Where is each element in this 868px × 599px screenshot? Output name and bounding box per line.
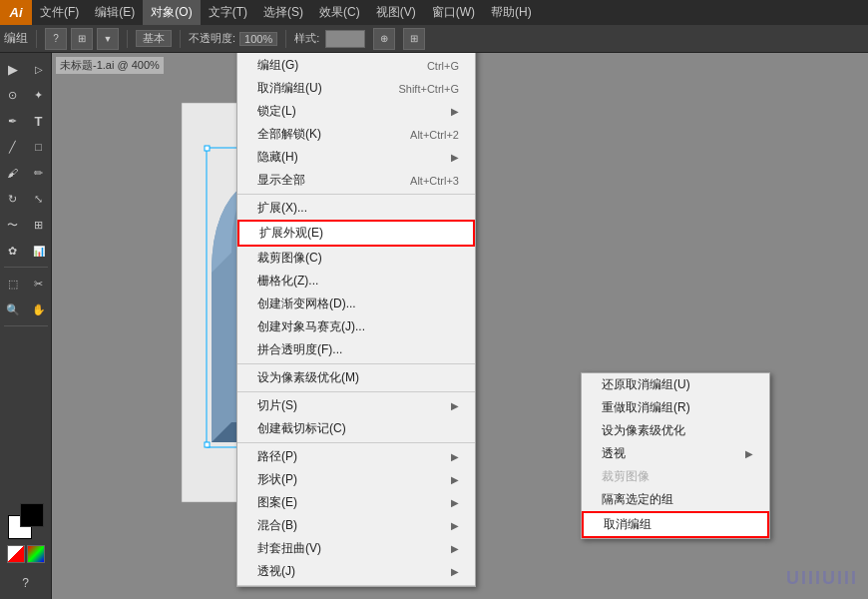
context-section-3: 透视 ▶	[582, 442, 769, 465]
svg-rect-4	[205, 442, 210, 447]
context-menu: 还原取消编组(U) 重做取消编组(R) 设为像素级优化 透视 ▶ 裁剪图	[581, 372, 770, 539]
tool-sep	[4, 267, 48, 268]
menu-item-crop-image[interactable]: 裁剪图像(C)	[237, 247, 475, 270]
menu-item-blend[interactable]: 混合(B) ▶	[237, 514, 475, 537]
style-swatch[interactable]	[325, 30, 365, 48]
transform-icon[interactable]: ?	[45, 28, 67, 50]
line-tool[interactable]: ╱	[1, 135, 25, 159]
zoom-tool[interactable]: 🔍	[1, 298, 25, 321]
menu-effect[interactable]: 效果(C)	[311, 0, 368, 25]
menu-item-perspective[interactable]: 透视(J) ▶	[237, 560, 475, 583]
gradient-swatch[interactable]	[27, 545, 45, 563]
menu-section-6: 路径(P) ▶ 形状(P) ▶ 图案(E) ▶ 混合(B) ▶	[237, 443, 475, 586]
watermark: UIIIUIII	[786, 568, 858, 589]
none-swatch[interactable]	[7, 545, 25, 563]
menu-text[interactable]: 文字(T)	[201, 0, 255, 25]
svg-rect-2	[205, 146, 210, 151]
canvas-area: ▶ ▷ ⊙ ✦ ✒ T ╱ □ 🖌 ✏ ↻ ⤡ 〜 ⊞ ✿ 📊	[0, 53, 868, 599]
magic-wand-tool[interactable]: ✦	[27, 83, 51, 107]
context-perspective[interactable]: 透视 ▶	[582, 442, 769, 465]
opacity-value[interactable]: 100%	[239, 32, 277, 46]
rect-tool[interactable]: □	[27, 135, 51, 159]
menu-item-envelope-distort[interactable]: 封套扭曲(V) ▶	[237, 537, 475, 560]
menu-edit[interactable]: 编辑(E)	[87, 0, 143, 25]
menu-item-unlock-all[interactable]: 全部解锁(K) Alt+Ctrl+2	[237, 123, 475, 146]
menu-item-create-trim-marks[interactable]: 创建截切标记(C)	[237, 417, 475, 440]
context-crop-image: 裁剪图像	[582, 465, 769, 488]
menu-bar: Ai 文件(F) 编辑(E) 对象(O) 文字(T) 选择(S) 效果(C) 视…	[0, 0, 868, 25]
group-label: 编组	[4, 30, 28, 47]
menu-item-show-all[interactable]: 显示全部 Alt+Ctrl+3	[237, 169, 475, 192]
main-canvas: 未标题-1.ai @ 400% UIIIUIII	[52, 53, 868, 599]
artboard-tool[interactable]: ⬚	[1, 272, 25, 296]
toolbar-separator-4	[285, 30, 286, 48]
toolbar-separator-3	[180, 30, 181, 48]
free-transform-tool[interactable]: ⊞	[27, 213, 51, 237]
pencil-tool[interactable]: ✏	[27, 161, 51, 185]
menu-item-expand[interactable]: 扩展(X)...	[237, 197, 475, 220]
tool-sep-2	[4, 325, 48, 326]
context-undo-ungroup[interactable]: 还原取消编组(U)	[582, 373, 769, 396]
menu-item-object-mosaic[interactable]: 创建对象马赛克(J)...	[237, 315, 475, 338]
app-logo: Ai	[0, 0, 32, 25]
menu-view[interactable]: 视图(V)	[368, 0, 424, 25]
paint-brush-tool[interactable]: 🖌	[1, 161, 25, 185]
slice-tool[interactable]: ✂	[27, 272, 51, 296]
style-options[interactable]: ⊕	[373, 28, 395, 50]
symbol-sprayer[interactable]: ✿	[1, 239, 25, 263]
column-graph[interactable]: 📊	[27, 239, 51, 263]
object-dropdown-menu: 变换(T) ▶ 排列(A) ▶ 编组(G) Ctrl+G 取消编组(U	[236, 53, 476, 587]
context-section-2: 设为像素级优化	[582, 419, 769, 442]
dropdown-container: 变换(T) ▶ 排列(A) ▶ 编组(G) Ctrl+G 取消编组(U	[236, 53, 476, 587]
menu-object[interactable]: 对象(O)	[143, 0, 200, 25]
menu-section-2: 编组(G) Ctrl+G 取消编组(U) Shift+Ctrl+G 锁定(L) …	[237, 53, 475, 195]
select-tool[interactable]: ▶	[1, 57, 25, 81]
menu-item-pattern[interactable]: 图案(E) ▶	[237, 491, 475, 514]
warp-tool[interactable]: 〜	[1, 213, 25, 237]
context-section-1: 还原取消编组(U) 重做取消编组(R)	[582, 373, 769, 419]
tools-panel: ▶ ▷ ⊙ ✦ ✒ T ╱ □ 🖌 ✏ ↻ ⤡ 〜 ⊞ ✿ 📊	[0, 53, 52, 599]
pen-tool[interactable]: ✒	[1, 109, 25, 133]
lasso-tool[interactable]: ⊙	[1, 83, 25, 107]
type-tool[interactable]: T	[27, 109, 51, 133]
menu-items: 文件(F) 编辑(E) 对象(O) 文字(T) 选择(S) 效果(C) 视图(V…	[32, 0, 540, 25]
menu-item-ungroup[interactable]: 取消编组(U) Shift+Ctrl+G	[237, 77, 475, 100]
mode-label: 基本	[136, 30, 172, 47]
menu-window[interactable]: 窗口(W)	[424, 0, 483, 25]
menu-item-lock[interactable]: 锁定(L) ▶	[237, 100, 475, 123]
context-redo-ungroup[interactable]: 重做取消编组(R)	[582, 396, 769, 419]
menu-item-pixel-perfect[interactable]: 设为像素级优化(M)	[237, 366, 475, 389]
menu-item-slice[interactable]: 切片(S) ▶	[237, 394, 475, 417]
grid-icon[interactable]: ⊞	[403, 28, 425, 50]
context-isolate-group[interactable]: 隔离选定的组	[582, 488, 769, 511]
color-swatch-area[interactable]	[8, 503, 44, 539]
align-icon[interactable]: ⊞	[71, 28, 93, 50]
menu-section-5: 切片(S) ▶ 创建截切标记(C)	[237, 392, 475, 443]
direct-select-tool[interactable]: ▷	[27, 57, 51, 81]
color-swatches	[7, 503, 45, 567]
style-label: 样式:	[294, 31, 319, 46]
menu-select[interactable]: 选择(S)	[255, 0, 311, 25]
toolbar-separator-1	[36, 30, 37, 48]
mode-dropdown[interactable]: ▼	[97, 28, 119, 50]
menu-item-path[interactable]: 路径(P) ▶	[237, 445, 475, 468]
menu-item-flatten-transparency[interactable]: 拼合透明度(F)...	[237, 338, 475, 361]
menu-item-group[interactable]: 编组(G) Ctrl+G	[237, 54, 475, 77]
menu-item-shape[interactable]: 形状(P) ▶	[237, 468, 475, 491]
menu-file[interactable]: 文件(F)	[32, 0, 87, 25]
scale-tool[interactable]: ⤡	[27, 187, 51, 211]
rotate-tool[interactable]: ↻	[1, 187, 25, 211]
menu-item-rasterize[interactable]: 栅格化(Z)...	[237, 270, 475, 293]
question-tool[interactable]: ?	[14, 571, 38, 595]
hand-tool[interactable]: ✋	[27, 298, 51, 321]
toolbar: 编组 ? ⊞ ▼ 基本 不透明度: 100% 样式: ⊕ ⊞	[0, 25, 868, 53]
opacity-label: 不透明度:	[189, 31, 235, 46]
context-section-4: 裁剪图像 隔离选定的组 取消编组	[582, 465, 769, 538]
context-pixel-perfect[interactable]: 设为像素级优化	[582, 419, 769, 442]
menu-item-hide[interactable]: 隐藏(H) ▶	[237, 146, 475, 169]
context-ungroup[interactable]: 取消编组	[582, 511, 769, 538]
menu-section-4: 设为像素级优化(M)	[237, 364, 475, 392]
menu-help[interactable]: 帮助(H)	[483, 0, 540, 25]
menu-item-expand-appearance[interactable]: 扩展外观(E)	[237, 220, 475, 247]
menu-item-gradient-mesh[interactable]: 创建渐变网格(D)...	[237, 293, 475, 315]
